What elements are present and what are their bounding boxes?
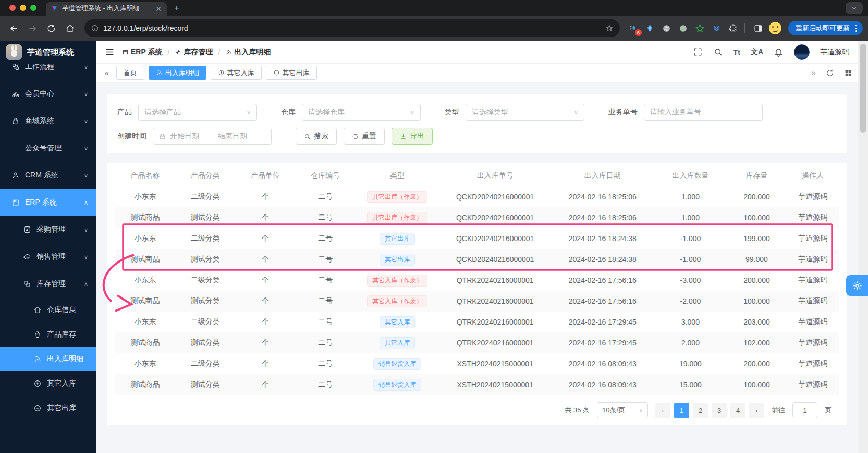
sidebar-item-1[interactable]: 会员中心∨ (0, 80, 96, 108)
tabs-expand-button[interactable]: » (811, 68, 816, 78)
product-select[interactable]: 请选择产品 ∨ (138, 104, 257, 121)
user-avatar[interactable] (794, 44, 810, 60)
profile-emoji-avatar (769, 22, 781, 34)
window-zoom-button[interactable] (30, 5, 36, 11)
sidebar-item-3[interactable]: 公众号管理∨ (0, 135, 96, 162)
page-tab-0[interactable]: 首页 (116, 66, 144, 80)
pixel-drop-extension-icon[interactable]: 6 (626, 21, 640, 35)
window-minimize-button[interactable] (20, 5, 26, 11)
page-tab-1[interactable]: 出入库明细 (149, 66, 206, 80)
notification-bell-icon[interactable] (774, 47, 784, 57)
relaunch-update-button[interactable]: 重新启动即可更新 (788, 21, 863, 35)
puzzle-extension-icon[interactable] (726, 21, 740, 35)
translate-icon[interactable]: 文A (751, 47, 763, 57)
profile-button[interactable] (768, 21, 782, 35)
table-row[interactable]: 小东东二级分类个二号其它出库QCKD202402160000012024-02-… (115, 228, 839, 249)
tab-close-icon[interactable]: ✕ (154, 5, 163, 13)
breadcrumb-item[interactable]: 出入库明细 (225, 47, 271, 57)
reset-button[interactable]: 重置 (344, 128, 385, 145)
sidebar-item-7[interactable]: 销售管理∨ (0, 243, 96, 270)
table-row[interactable]: 小东东二级分类个二号其它出库（作废）QCKD202402160000012024… (115, 186, 839, 207)
bookmark-star-icon[interactable] (605, 24, 614, 32)
forward-button[interactable] (24, 20, 41, 37)
table-row[interactable]: 测试商品测试分类个二号销售退货入库XSTH202402150000012024-… (115, 374, 839, 395)
search-icon[interactable] (713, 47, 723, 57)
sidebar-item-8[interactable]: 库存管理∧ (0, 270, 96, 297)
sidebar-item-6[interactable]: A采购管理∨ (0, 216, 96, 243)
warehouse-select[interactable]: 请选择仓库 ∨ (302, 104, 421, 121)
home-icon (65, 23, 75, 33)
table-row[interactable]: 测试商品测试分类个二号其它入库QTRK202402160000012024-02… (115, 332, 839, 353)
cell-operator: 芋道源码 (787, 353, 839, 374)
window-controls[interactable] (9, 5, 36, 11)
sidebar-item-10[interactable]: 产品库存 (0, 322, 96, 347)
window-close-button[interactable] (9, 5, 16, 11)
sidebar-logo[interactable]: 芋道管理系统 (0, 41, 96, 64)
page-tab-2[interactable]: 其它入库 (211, 66, 262, 80)
new-tab-button[interactable]: + (170, 2, 184, 15)
search-button[interactable]: 搜索 (296, 128, 337, 145)
side-panel-button[interactable] (750, 20, 766, 37)
prev-page-button[interactable]: ‹ (655, 403, 670, 418)
sidebar-item-12[interactable]: 其它入库 (0, 371, 96, 396)
fullscreen-icon[interactable] (693, 47, 703, 57)
scrollbar-thumb[interactable] (860, 44, 866, 133)
breadcrumb-item[interactable]: 库存管理 (175, 47, 213, 57)
table-row[interactable]: 小东东二级分类个二号销售退货入库XSTH202402150000012024-0… (115, 353, 839, 374)
font-size-icon[interactable]: Tt (733, 48, 740, 56)
browser-scrollbar[interactable] (858, 41, 868, 453)
reload-button[interactable] (43, 20, 59, 37)
page-button-1[interactable]: 1 (674, 403, 689, 418)
back-button[interactable] (5, 20, 22, 37)
browser-tab[interactable]: 芋道管理系统 - 出入库明细 ✕ (46, 2, 167, 16)
camera-extension-icon[interactable] (659, 21, 673, 35)
page-size-select[interactable]: 10条/页 ∨ (597, 402, 648, 418)
date-range-picker[interactable]: 开始日期 – 结束日期 (153, 128, 272, 145)
tab-overflow-button[interactable] (846, 2, 863, 14)
type-select[interactable]: 请选择类型 ∨ (466, 104, 584, 121)
page-button-2[interactable]: 2 (693, 403, 708, 418)
table-row[interactable]: 测试商品测试分类个二号其它入库（作废）QTRK20240216000001202… (115, 291, 839, 312)
table-row[interactable]: 测试商品测试分类个二号其它出库（作废）QCKD20240216000001202… (115, 207, 839, 228)
export-button[interactable]: 导出 (392, 128, 433, 145)
table-row[interactable]: 小东东二级分类个二号其它入库QTRK202402160000012024-02-… (115, 312, 839, 332)
start-date-placeholder[interactable]: 开始日期 (170, 132, 199, 141)
sidebar-item-11[interactable]: 出入库明细 (0, 347, 96, 371)
home-button[interactable] (62, 20, 78, 37)
sidebar-item-5[interactable]: ERP 系统∧ (0, 189, 96, 216)
sidebar-item-2[interactable]: 商城系统∨ (0, 108, 96, 135)
breadcrumb-item[interactable]: ERP 系统 (122, 47, 162, 57)
tabs-collapse-button[interactable]: « (102, 69, 112, 77)
browser-menu-icon[interactable] (853, 25, 860, 32)
chevron-down-icon: ∨ (84, 118, 88, 125)
address-bar[interactable]: 127.0.0.1/erp/stock/record (84, 19, 620, 37)
table-card: 产品名称产品分类产品单位仓库编号类型出入库单号出入库日期出入库数量库存量操作人 … (107, 163, 847, 425)
layout-grid-icon[interactable] (844, 69, 852, 77)
double-chevron-extension-icon[interactable] (710, 21, 723, 35)
cell-stock: 100.000 (727, 291, 787, 312)
next-page-button[interactable]: › (749, 403, 764, 418)
sidebar-item-13[interactable]: 其它出库 (0, 396, 96, 420)
refresh-page-icon[interactable] (826, 69, 834, 77)
sidebar-toggle-button[interactable] (105, 47, 115, 57)
site-info-icon[interactable] (91, 24, 99, 32)
theme-settings-button[interactable] (846, 275, 868, 296)
end-date-placeholder[interactable]: 结束日期 (218, 132, 247, 141)
page-tab-3[interactable]: 其它出库 (266, 66, 317, 80)
green-star-extension-icon[interactable] (693, 21, 706, 35)
sidebar-item-9[interactable]: 仓库信息 (0, 297, 96, 322)
biz-no-input[interactable]: 请输入业务单号 (644, 104, 763, 121)
page-button-3[interactable]: 3 (712, 403, 727, 418)
user-name[interactable]: 芋道源码 (820, 47, 849, 57)
table-row[interactable]: 小东东二级分类个二号其它入库（作废）QTRK202402160000012024… (115, 270, 839, 291)
url-text[interactable]: 127.0.0.1/erp/stock/record (103, 24, 601, 32)
green-dot-extension-icon[interactable] (676, 21, 690, 35)
main-area: ERP 系统/库存管理/出入库明细 Tt 文A 芋道源码 « 首页出入库明细其它… (96, 41, 858, 453)
cell-date: 2024-02-16 08:09:43 (551, 374, 654, 395)
gem-extension-icon[interactable] (643, 21, 656, 35)
table-row[interactable]: 测试商品测试分类个二号其它出库QCKD202402160000012024-02… (115, 249, 839, 270)
page-button-4[interactable]: 4 (730, 403, 745, 418)
browser-tabstrip: 芋道管理系统 - 出入库明细 ✕ + (0, 0, 868, 16)
sidebar-item-4[interactable]: CRM 系统∨ (0, 162, 96, 189)
jump-page-input[interactable] (792, 402, 817, 418)
